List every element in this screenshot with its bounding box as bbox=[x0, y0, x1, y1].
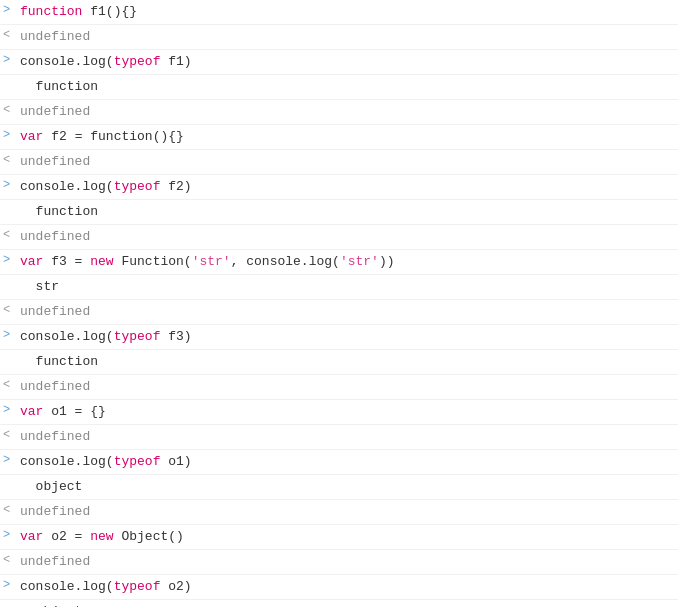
code: function(){} bbox=[82, 129, 183, 144]
code: console.log( bbox=[20, 54, 114, 69]
console-line: > console.log(typeof f1) bbox=[0, 50, 678, 75]
line-prefix: < bbox=[0, 551, 16, 567]
line-content: var o2 = new Object() bbox=[16, 526, 678, 548]
line-content: var f2 = function(){} bbox=[16, 126, 678, 148]
line-prefix bbox=[0, 276, 16, 278]
line-prefix: < bbox=[0, 151, 16, 167]
console-line: < undefined bbox=[0, 300, 678, 325]
line-content: undefined bbox=[16, 101, 678, 123]
console-line: str bbox=[0, 275, 678, 300]
keyword: new bbox=[90, 529, 113, 544]
line-prefix bbox=[0, 476, 16, 478]
line-content: str bbox=[16, 276, 678, 298]
line-content: console.log(typeof f1) bbox=[16, 51, 678, 73]
line-prefix: > bbox=[0, 326, 16, 342]
console-line: < undefined bbox=[0, 150, 678, 175]
line-prefix: > bbox=[0, 251, 16, 267]
code: f1) bbox=[160, 54, 191, 69]
line-content: console.log(typeof f3) bbox=[16, 326, 678, 348]
console-line: > var f2 = function(){} bbox=[0, 125, 678, 150]
console-line: < undefined bbox=[0, 500, 678, 525]
line-prefix: < bbox=[0, 26, 16, 42]
console-line: > console.log(typeof o2) bbox=[0, 575, 678, 600]
line-prefix: < bbox=[0, 376, 16, 392]
code: )) bbox=[379, 254, 395, 269]
keyword: new bbox=[90, 254, 113, 269]
line-prefix: > bbox=[0, 451, 16, 467]
line-content: undefined bbox=[16, 301, 678, 323]
line-content: undefined bbox=[16, 501, 678, 523]
code: console.log( bbox=[20, 179, 114, 194]
console-line: > var o1 = {} bbox=[0, 400, 678, 425]
line-content: undefined bbox=[16, 551, 678, 573]
line-content: object bbox=[16, 601, 678, 607]
line-content: undefined bbox=[16, 151, 678, 173]
keyword: typeof bbox=[114, 454, 161, 469]
keyword: var bbox=[20, 129, 43, 144]
code: f1(){} bbox=[82, 4, 137, 19]
line-content: console.log(typeof o2) bbox=[16, 576, 678, 598]
console-line: > var f3 = new Function('str', console.l… bbox=[0, 250, 678, 275]
console-line: function bbox=[0, 350, 678, 375]
string: 'str' bbox=[340, 254, 379, 269]
line-prefix: > bbox=[0, 576, 16, 592]
code: console.log( bbox=[20, 579, 114, 594]
code: f2) bbox=[160, 179, 191, 194]
keyword: typeof bbox=[114, 54, 161, 69]
code: f3) bbox=[160, 329, 191, 344]
console-container: > function f1(){} < undefined > console.… bbox=[0, 0, 678, 607]
code: o1) bbox=[160, 454, 191, 469]
console-line: < undefined bbox=[0, 100, 678, 125]
line-content: console.log(typeof f2) bbox=[16, 176, 678, 198]
console-line: > console.log(typeof f2) bbox=[0, 175, 678, 200]
line-content: console.log(typeof o1) bbox=[16, 451, 678, 473]
line-content: undefined bbox=[16, 226, 678, 248]
console-line: < undefined bbox=[0, 25, 678, 50]
console-line: < undefined bbox=[0, 225, 678, 250]
line-prefix bbox=[0, 76, 16, 78]
console-line: object bbox=[0, 600, 678, 607]
keyword: var bbox=[20, 404, 43, 419]
code: o2) bbox=[160, 579, 191, 594]
keyword: typeof bbox=[114, 579, 161, 594]
code: console.log( bbox=[20, 329, 114, 344]
code: Function( bbox=[114, 254, 192, 269]
console-line: < undefined bbox=[0, 375, 678, 400]
line-prefix: > bbox=[0, 176, 16, 192]
code: o2 = bbox=[43, 529, 90, 544]
console-line: > function f1(){} bbox=[0, 0, 678, 25]
line-prefix: > bbox=[0, 401, 16, 417]
keyword: var bbox=[20, 529, 43, 544]
line-prefix: < bbox=[0, 301, 16, 317]
line-prefix: < bbox=[0, 226, 16, 242]
keyword: var bbox=[20, 254, 43, 269]
line-content: function bbox=[16, 351, 678, 373]
console-line: object bbox=[0, 475, 678, 500]
code: o1 = {} bbox=[43, 404, 105, 419]
code: f3 = bbox=[43, 254, 90, 269]
line-prefix: > bbox=[0, 1, 16, 17]
line-content: function bbox=[16, 201, 678, 223]
console-line: > var o2 = new Object() bbox=[0, 525, 678, 550]
keyword: typeof bbox=[114, 329, 161, 344]
code: console.log( bbox=[20, 454, 114, 469]
line-content: undefined bbox=[16, 376, 678, 398]
line-content: undefined bbox=[16, 26, 678, 48]
line-prefix: < bbox=[0, 101, 16, 117]
line-content: undefined bbox=[16, 426, 678, 448]
code: Object() bbox=[114, 529, 184, 544]
code: , console.log( bbox=[231, 254, 340, 269]
line-content: var o1 = {} bbox=[16, 401, 678, 423]
console-line: < undefined bbox=[0, 550, 678, 575]
line-content: function f1(){} bbox=[16, 1, 678, 23]
line-prefix: < bbox=[0, 501, 16, 517]
code: f2 bbox=[43, 129, 74, 144]
keyword: function bbox=[20, 4, 82, 19]
line-prefix: < bbox=[0, 426, 16, 442]
console-line: < undefined bbox=[0, 425, 678, 450]
console-line: function bbox=[0, 75, 678, 100]
line-prefix bbox=[0, 601, 16, 603]
line-content: object bbox=[16, 476, 678, 498]
line-prefix bbox=[0, 351, 16, 353]
string: 'str' bbox=[192, 254, 231, 269]
